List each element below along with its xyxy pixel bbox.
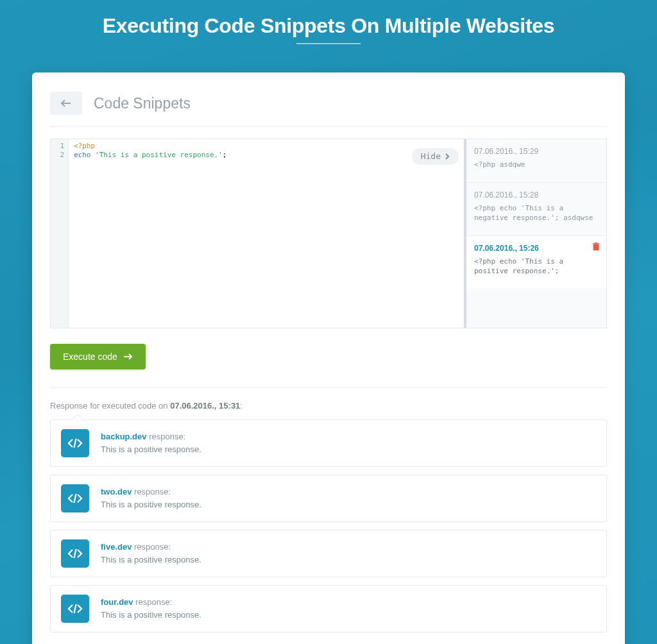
response-label: response: bbox=[132, 487, 171, 496]
line-gutter: 1 2 bbox=[51, 139, 69, 328]
response-text: This is a positive response. bbox=[101, 500, 201, 509]
history-panel: 07.06.2016., 15:29 <?php asdqwe 07.06.20… bbox=[464, 139, 606, 328]
response-suffix: : bbox=[240, 401, 243, 411]
chevron-right-icon bbox=[445, 153, 450, 160]
history-snippet: <?php echo 'This is a positive response.… bbox=[474, 257, 599, 276]
response-text: This is a positive response. bbox=[101, 445, 201, 454]
svg-rect-3 bbox=[595, 242, 597, 244]
divider bbox=[50, 387, 607, 388]
svg-line-8 bbox=[74, 604, 76, 613]
response-label: response: bbox=[147, 432, 186, 441]
execute-label: Execute code bbox=[63, 352, 117, 362]
history-item[interactable]: 07.06.2016., 15:28 <?php echo 'This is a… bbox=[466, 182, 606, 235]
response-text: This is a positive response. bbox=[101, 610, 201, 620]
code-line-2: echo 'This is a positive response.'; bbox=[74, 151, 459, 160]
response-item: five.dev response: This is a positive re… bbox=[50, 530, 607, 577]
response-text: This is a positive response. bbox=[101, 555, 201, 564]
svg-rect-1 bbox=[593, 244, 599, 251]
response-site[interactable]: five.dev bbox=[101, 542, 132, 552]
response-body: five.dev response: This is a positive re… bbox=[101, 539, 201, 568]
response-arrow-icon bbox=[72, 414, 83, 420]
history-item-active[interactable]: 07.06.2016., 15:26 <?php echo 'This is a… bbox=[464, 235, 606, 289]
response-header: Response for executed code on 07.06.2016… bbox=[50, 401, 607, 411]
history-snippet: <?php echo 'This is a negative response.… bbox=[474, 203, 599, 223]
code-editor[interactable]: <?php echo 'This is a positive response.… bbox=[69, 139, 464, 328]
code-icon bbox=[61, 484, 89, 513]
back-button[interactable] bbox=[50, 92, 82, 115]
title-underline bbox=[296, 43, 361, 44]
arrow-right-icon bbox=[124, 353, 133, 360]
page-title: Executing Code Snippets On Multiple Webs… bbox=[0, 0, 657, 57]
response-item: backup.dev response: This is a positive … bbox=[50, 419, 607, 467]
response-timestamp: 07.06.2016., 15:31 bbox=[170, 401, 240, 411]
history-item[interactable]: 07.06.2016., 15:29 <?php asdqwe bbox=[466, 139, 606, 182]
history-timestamp: 07.06.2016., 15:28 bbox=[474, 191, 599, 199]
response-body: four.dev response: This is a positive re… bbox=[101, 595, 201, 623]
code-icon bbox=[61, 595, 89, 623]
main-card: Code Snippets 1 2 <?php echo 'This is a … bbox=[32, 72, 625, 644]
hide-history-button[interactable]: Hide bbox=[412, 148, 459, 165]
execute-code-button[interactable]: Execute code bbox=[50, 344, 146, 369]
code-line-1: <?php bbox=[74, 142, 459, 151]
response-site[interactable]: backup.dev bbox=[101, 432, 147, 441]
line-number: 2 bbox=[55, 151, 64, 160]
panel-header: Code Snippets bbox=[50, 92, 607, 127]
delete-history-button[interactable] bbox=[592, 242, 600, 251]
editor-area: 1 2 <?php echo 'This is a positive respo… bbox=[50, 139, 607, 328]
hide-label: Hide bbox=[421, 152, 441, 161]
response-list: backup.dev response: This is a positive … bbox=[50, 419, 607, 632]
response-body: backup.dev response: This is a positive … bbox=[101, 429, 201, 457]
response-site[interactable]: two.dev bbox=[101, 487, 132, 496]
back-arrow-icon bbox=[60, 99, 72, 108]
svg-line-5 bbox=[74, 439, 76, 448]
svg-line-7 bbox=[74, 549, 76, 558]
response-prefix: Response for executed code on bbox=[50, 401, 170, 411]
response-site[interactable]: four.dev bbox=[101, 597, 133, 607]
response-item: two.dev response: This is a positive res… bbox=[50, 475, 607, 522]
line-number: 1 bbox=[55, 142, 64, 151]
response-label: response: bbox=[133, 597, 173, 607]
history-snippet: <?php asdqwe bbox=[474, 160, 599, 169]
code-icon bbox=[61, 539, 89, 568]
response-label: response: bbox=[132, 542, 171, 552]
trash-icon bbox=[592, 242, 600, 251]
section-title: Code Snippets bbox=[94, 95, 191, 112]
code-icon bbox=[61, 429, 89, 457]
response-body: two.dev response: This is a positive res… bbox=[101, 484, 201, 513]
response-item: four.dev response: This is a positive re… bbox=[50, 585, 607, 632]
svg-line-6 bbox=[74, 494, 76, 503]
history-timestamp: 07.06.2016., 15:26 bbox=[474, 244, 599, 253]
page-title-text: Executing Code Snippets On Multiple Webs… bbox=[103, 14, 555, 37]
history-timestamp: 07.06.2016., 15:29 bbox=[474, 147, 599, 156]
